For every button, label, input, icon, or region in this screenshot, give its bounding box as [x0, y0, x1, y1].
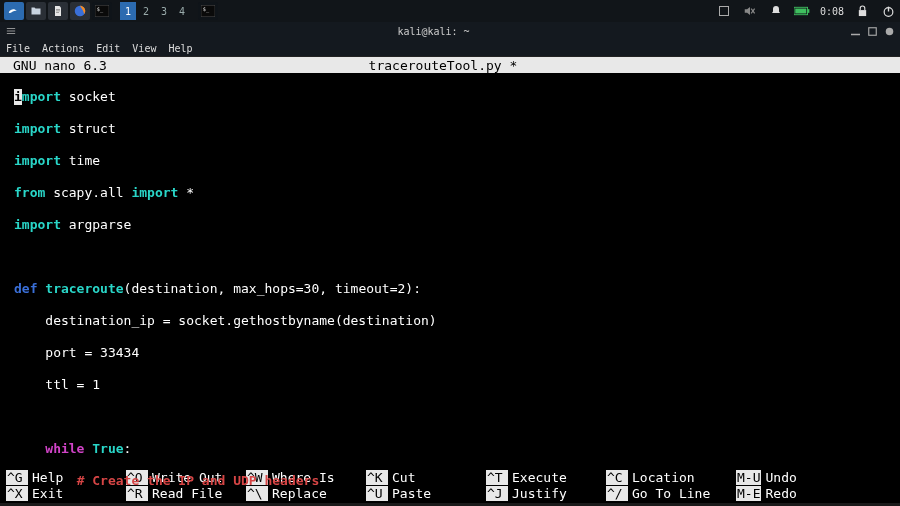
minimize-button[interactable]	[851, 27, 860, 36]
nano-header: GNU nano 6.3 tracerouteTool.py *	[0, 57, 900, 73]
svg-rect-8	[719, 7, 728, 16]
workspace-3[interactable]: 3	[156, 2, 172, 20]
svg-rect-1	[56, 11, 60, 12]
nano-filename: tracerouteTool.py *	[107, 58, 779, 73]
menu-help[interactable]: Help	[168, 43, 192, 54]
lock-icon[interactable]	[854, 3, 870, 19]
running-terminal-task[interactable]: $_	[198, 2, 218, 20]
window-titlebar[interactable]: kali@kali: ~	[0, 22, 900, 40]
menu-view[interactable]: View	[132, 43, 156, 54]
workspace-1[interactable]: 1	[120, 2, 136, 20]
close-button[interactable]	[885, 27, 894, 36]
document-icon	[52, 5, 64, 17]
nano-version: GNU nano 6.3	[1, 58, 107, 73]
svg-text:$_: $_	[97, 6, 104, 13]
menu-actions[interactable]: Actions	[42, 43, 84, 54]
editor-area[interactable]: import socket import struct import time …	[0, 73, 900, 469]
window-controls	[851, 27, 894, 36]
menu-file[interactable]: File	[6, 43, 30, 54]
terminal-menubar: File Actions Edit View Help	[0, 40, 900, 57]
folder-icon	[30, 5, 42, 17]
terminal-icon: $_	[95, 5, 109, 17]
svg-rect-13	[795, 9, 806, 14]
power-icon[interactable]	[880, 3, 896, 19]
volume-muted-icon[interactable]	[742, 3, 758, 19]
svg-rect-17	[7, 28, 15, 29]
svg-rect-21	[869, 27, 877, 35]
svg-rect-2	[56, 12, 59, 13]
browser-button[interactable]	[70, 2, 90, 20]
battery-icon[interactable]	[794, 3, 810, 19]
os-panel: $_ 1 2 3 4 $_ 0:08	[0, 0, 900, 22]
maximize-button[interactable]	[868, 27, 877, 36]
firefox-icon	[73, 4, 87, 18]
svg-rect-14	[858, 10, 865, 16]
clock[interactable]: 0:08	[820, 6, 844, 17]
svg-rect-12	[807, 9, 809, 13]
menu-edit[interactable]: Edit	[96, 43, 120, 54]
show-desktop-button[interactable]	[716, 3, 732, 19]
svg-rect-0	[56, 9, 60, 10]
panel-left: $_ 1 2 3 4 $_	[4, 2, 218, 20]
notifications-icon[interactable]	[768, 3, 784, 19]
kali-icon	[7, 4, 21, 18]
terminal-icon: $_	[201, 5, 215, 17]
svg-rect-19	[7, 33, 15, 34]
workspace-4[interactable]: 4	[174, 2, 190, 20]
text-editor-button[interactable]	[48, 2, 68, 20]
window-title: kali@kali: ~	[16, 26, 851, 37]
svg-rect-20	[851, 33, 860, 35]
window-menu-icon[interactable]	[6, 26, 16, 36]
app-menu-button[interactable]	[4, 2, 24, 20]
cursor: i	[14, 89, 22, 105]
panel-right: 0:08	[716, 3, 896, 19]
svg-point-22	[886, 27, 894, 35]
svg-rect-18	[7, 31, 15, 32]
terminal-button[interactable]: $_	[92, 2, 112, 20]
workspace-2[interactable]: 2	[138, 2, 154, 20]
file-manager-button[interactable]	[26, 2, 46, 20]
svg-text:$_: $_	[203, 6, 210, 13]
